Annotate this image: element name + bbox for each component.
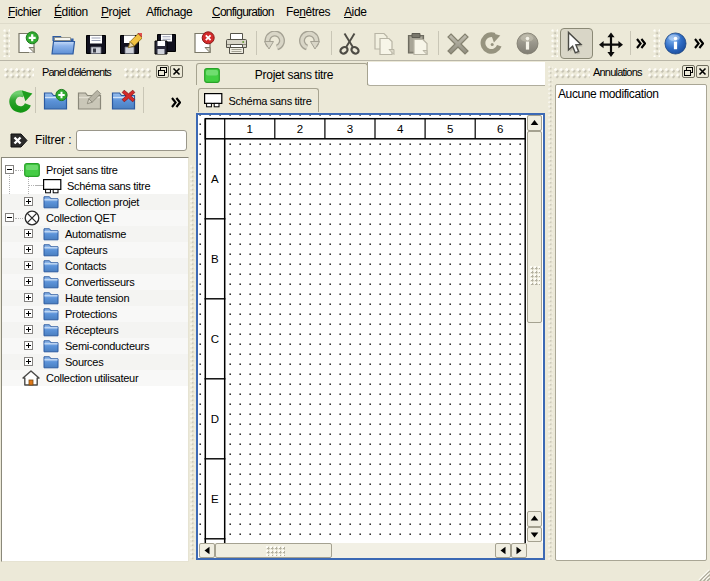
- svg-text:6: 6: [496, 122, 502, 134]
- svg-text:E: E: [211, 493, 219, 505]
- svg-text:4: 4: [396, 122, 403, 134]
- svg-text:2: 2: [296, 122, 302, 134]
- svg-text:1: 1: [246, 122, 252, 134]
- svg-text:3: 3: [346, 122, 352, 134]
- svg-text:C: C: [210, 333, 218, 345]
- svg-text:B: B: [211, 253, 219, 265]
- svg-text:D: D: [210, 413, 218, 425]
- svg-text:5: 5: [446, 122, 452, 134]
- svg-text:A: A: [211, 173, 219, 185]
